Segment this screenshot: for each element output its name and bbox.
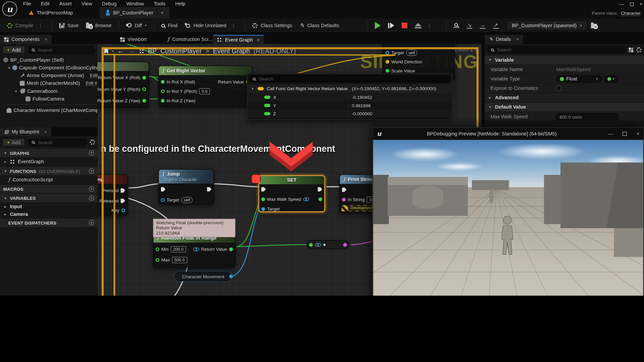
eject-button[interactable] [411,20,425,31]
menu-asset[interactable]: Asset [59,1,72,6]
variables-section-header[interactable]: ▾VARIABLES + [0,193,98,202]
constructionscript-item[interactable]: ƒ ConstructionScript [0,175,98,184]
variable-name-value[interactable]: MaxWalkSpeed [556,66,644,72]
graphs-section-header[interactable]: ▾GRAPHS + [0,148,98,157]
bpdebugging-preview-window[interactable]: u BPDebugging Preview [NetMode: Standalo… [372,127,644,296]
step-into-button[interactable]: ↘ [463,20,476,31]
preview-viewport[interactable] [373,140,643,296]
my-blueprint-search[interactable] [28,138,87,146]
tab-construction-script[interactable]: ƒ Construction Scr... [163,35,217,44]
watch-window[interactable]: ▾Call Func Get Right Vector Return Value… [247,73,452,120]
variable-group-input[interactable]: ▸Input [0,202,98,210]
parent-class-value[interactable]: Character [621,11,641,16]
tab-thirdpersonmap[interactable]: ThirdPersonMap [23,7,79,18]
bookmark-icon[interactable] [104,49,108,54]
tab-event-graph[interactable]: Event Graph × [213,35,264,44]
event-dispatchers-section-header[interactable]: EVENT DISPATCHERS + [0,218,98,227]
add-dispatcher-icon[interactable]: + [89,220,94,225]
watch-row-x[interactable]: X -0.190452 [247,93,452,101]
menu-edit[interactable]: Edit [41,1,49,6]
variable-group-camera[interactable]: ▸Camera [0,210,98,218]
back-icon[interactable]: ← [117,47,124,55]
add-variable-icon[interactable]: + [89,195,94,201]
debug-object-dropdown[interactable]: BP_CustomPlayer (spawned)▾ [506,20,587,30]
close-tab-icon[interactable]: × [257,37,260,43]
component-row-followcamera[interactable]: FollowCamera [0,95,98,103]
menu-window[interactable]: Window [126,1,144,6]
close-button[interactable]: × [639,1,642,7]
breadcrumb-graph[interactable]: Event Graph [213,48,250,55]
add-component-button[interactable]: +Add [2,46,25,54]
compile-options-icon[interactable]: ⋮ [36,22,45,28]
close-panel-icon[interactable]: × [516,37,519,42]
watch-search[interactable] [249,75,450,82]
details-search-input[interactable] [496,47,622,53]
save-button[interactable]: Save [56,20,83,31]
diff-button[interactable]: Diff▾ [122,20,151,31]
class-settings-button[interactable]: Class Settings [249,20,296,31]
tab-bp-customplayer[interactable]: BP_CustomPlayer × [100,7,170,18]
maximize-button[interactable] [630,2,634,6]
close-tab-icon[interactable]: × [161,10,164,15]
component-row-self[interactable]: BP_CustomPlayer (Self) [0,56,98,64]
find-node-button[interactable] [450,20,463,31]
close-button[interactable]: × [637,131,640,137]
variable-section-header[interactable]: ▾Variable [485,55,644,65]
component-row-arrow[interactable]: Arrow Component (Arrow) Edit in C++ [0,71,98,79]
preview-titlebar[interactable]: u BPDebugging Preview [NetMode: Standalo… [373,128,643,140]
breadcrumb-asset[interactable]: BP_CustomPlayer [148,48,202,55]
default-value-section-header[interactable]: ▾Default Value [485,103,644,112]
component-row-capsule[interactable]: ▾ Capsule Component (CollisionCylinder) [0,64,98,71]
class-defaults-button[interactable]: ✎ Class Defaults [296,20,343,31]
blueprint-settings-icon[interactable] [90,139,95,145]
step-out-button[interactable]: ↗ [489,20,502,31]
close-panel-icon[interactable]: × [45,37,48,42]
expose-cinematics-checkbox[interactable] [556,86,561,91]
close-panel-icon[interactable]: × [45,129,47,134]
menu-file[interactable]: File [23,1,31,6]
display-filter-icon[interactable] [629,47,633,52]
watch-row-header[interactable]: ▾Call Func Get Right Vector Return Value… [247,84,452,93]
play-options-icon[interactable]: ⋮ [425,22,434,28]
components-tab[interactable]: Components × [0,35,52,44]
add-macro-icon[interactable]: + [89,186,94,192]
frame-skip-button[interactable] [384,20,398,31]
details-settings-icon[interactable] [636,47,642,52]
browse-button[interactable]: Browse [83,20,115,31]
menu-view[interactable]: View [82,1,92,6]
hide-unrelated-options-icon[interactable]: ⋮ [229,22,238,28]
advanced-section-header[interactable]: ▸Advanced [485,93,644,103]
find-button[interactable]: Find [158,20,181,31]
tab-viewport[interactable]: Viewport [116,35,151,44]
watch-search-input[interactable] [258,76,447,82]
compile-button[interactable]: Compile ⋮ [3,20,49,31]
browse-debug-object-button[interactable] [587,20,600,31]
add-function-icon[interactable]: + [89,168,94,174]
resume-button[interactable] [371,20,384,31]
max-walk-speed-input[interactable]: 600.0 cm/s [556,113,618,120]
eventgraph-item[interactable]: ▸ EventGraph [0,157,98,166]
forward-icon[interactable]: → [128,47,135,55]
stop-button[interactable] [398,20,411,31]
watch-row-y[interactable]: Y 0.981696 [247,101,452,109]
details-tab[interactable]: ✎ Details × [485,35,523,44]
component-row-mesh[interactable]: Mesh (CharacterMesh0) Edit in C++ [0,79,98,87]
watch-row-z[interactable]: Z -0.000000 [247,110,452,118]
maximize-button[interactable] [623,132,627,136]
details-search[interactable] [487,46,626,53]
component-row-cameraboom[interactable]: ▾ CameraBoom [0,87,98,95]
minimize-button[interactable]: — [619,1,624,7]
my-blueprint-search-input[interactable] [37,139,83,145]
my-blueprint-tab[interactable]: ▤ My Blueprint × [0,127,51,136]
container-type-dropdown[interactable]: ▾ [604,75,618,82]
macros-section-header[interactable]: MACROS + [0,184,98,193]
step-over-button[interactable]: → [476,20,489,31]
menu-tools[interactable]: Tools [154,1,165,6]
chevron-down-icon[interactable]: ▾ [112,50,114,53]
components-search-input[interactable] [37,47,91,53]
variable-type-dropdown[interactable]: Float ▾ [556,75,602,82]
add-graph-icon[interactable]: + [89,150,94,156]
hide-unrelated-button[interactable]: Hide Unrelated ⋮ [181,20,241,31]
functions-section-header[interactable]: ▾FUNCTIONS (33 OVERRIDABLE) + [0,166,98,175]
component-row-charmove[interactable]: Character Movement (CharMoveComp) [0,106,98,114]
